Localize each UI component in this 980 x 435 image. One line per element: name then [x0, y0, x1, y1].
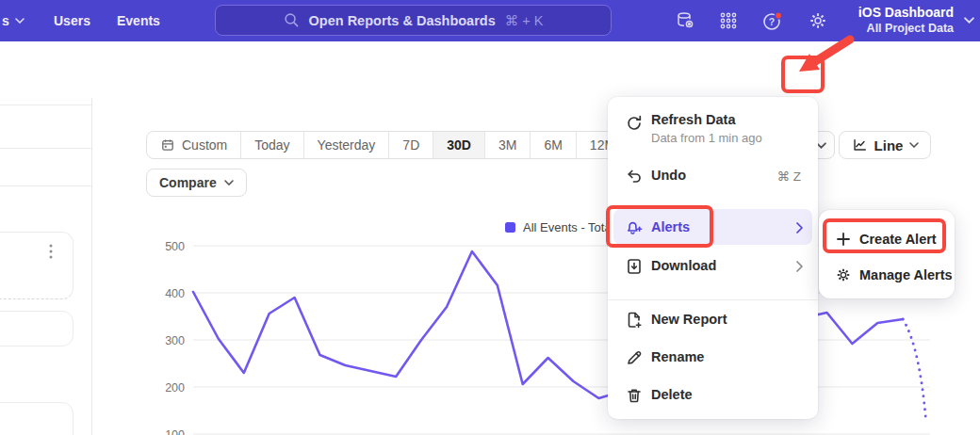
kebab-menu-icon[interactable] — [44, 242, 57, 261]
chevron-down-icon — [964, 17, 974, 24]
menu-item-alerts[interactable]: Alerts — [608, 218, 818, 240]
sidebar-row-divider — [0, 148, 91, 149]
menu-item-delete[interactable]: Delete — [608, 385, 818, 408]
menu-divider — [608, 299, 818, 300]
bell-plus-icon — [625, 218, 644, 237]
sidebar-row-divider — [0, 185, 91, 186]
date-range-7d[interactable]: 7D — [388, 132, 433, 158]
nav-item-partial[interactable]: s — [2, 0, 24, 41]
chevron-down-icon — [224, 180, 234, 185]
refresh-icon — [625, 114, 644, 133]
legend-label: All Events - Total — [523, 220, 614, 234]
alerts-submenu: Create Alert Manage Alerts — [819, 210, 955, 298]
legend-swatch — [505, 222, 515, 233]
search-shortcut: ⌘ + K — [505, 13, 544, 28]
menu-item-rename[interactable]: Rename — [608, 347, 818, 370]
svg-text:500: 500 — [165, 240, 185, 253]
plus-icon — [835, 231, 852, 248]
report-header — [0, 41, 980, 98]
date-range-control: Custom Today Yesterday 7D 30D 3M 6M 12M — [146, 131, 629, 159]
more-options-menu: Refresh Data Data from 1 min ago Undo ⌘ … — [608, 97, 818, 419]
sidebar-divider — [91, 98, 92, 435]
chevron-down-icon — [909, 142, 919, 148]
undo-icon — [625, 167, 644, 185]
gear-icon — [835, 266, 852, 283]
sidebar-card[interactable] — [0, 311, 74, 346]
sidebar-row-divider — [0, 105, 91, 105]
document-plus-icon — [625, 311, 644, 330]
download-icon — [625, 257, 644, 276]
menu-item-download[interactable]: Download — [608, 256, 818, 279]
date-range-today[interactable]: Today — [240, 132, 302, 158]
gear-icon[interactable] — [808, 10, 828, 31]
trash-icon — [625, 386, 644, 405]
date-range-yesterday[interactable]: Yesterday — [303, 132, 389, 158]
svg-text:400: 400 — [165, 287, 185, 300]
chevron-down-icon — [15, 18, 24, 24]
chevron-right-icon — [796, 259, 803, 276]
chevron-right-icon — [796, 220, 803, 237]
calendar-icon — [160, 137, 175, 153]
help-icon[interactable]: ? — [761, 10, 782, 31]
nav-item-events[interactable]: Events — [117, 0, 160, 41]
pencil-icon — [625, 348, 644, 367]
svg-text:?: ? — [769, 16, 775, 27]
project-name: All Project Data — [858, 22, 954, 36]
search-icon — [284, 12, 300, 28]
sidebar-card[interactable] — [0, 402, 74, 435]
project-switcher[interactable]: iOS Dashboard All Project Data — [858, 4, 954, 36]
date-range-custom[interactable]: Custom — [147, 132, 240, 158]
search-placeholder: Open Reports & Dashboards — [309, 13, 496, 28]
submenu-item-manage-alerts[interactable]: Manage Alerts — [819, 259, 955, 291]
menu-item-new-report[interactable]: New Report — [608, 310, 818, 332]
svg-text:100: 100 — [165, 428, 185, 435]
svg-text:300: 300 — [165, 334, 185, 347]
menu-item-refresh-data[interactable]: Refresh Data Data from 1 min ago — [608, 110, 818, 152]
menu-item-undo[interactable]: Undo ⌘ Z — [608, 166, 818, 188]
apps-grid-icon[interactable] — [718, 10, 739, 31]
date-range-3m[interactable]: 3M — [484, 132, 530, 158]
svg-text:200: 200 — [165, 381, 185, 395]
app-window: 500400300200100 All Events - Total s Use… — [0, 0, 980, 435]
dashboard-name: iOS Dashboard — [858, 4, 954, 22]
data-management-icon[interactable] — [675, 10, 695, 31]
top-navbar: s Users Events Open Reports & Dashboards… — [0, 0, 980, 41]
line-chart-icon — [851, 137, 868, 153]
date-range-30d[interactable]: 30D — [433, 132, 484, 158]
compare-button[interactable]: Compare — [146, 169, 247, 197]
chart-type-button[interactable]: Line — [839, 131, 931, 159]
sidebar-card[interactable] — [0, 232, 74, 299]
nav-item-users[interactable]: Users — [54, 0, 90, 41]
submenu-item-create-alert[interactable]: Create Alert — [819, 223, 955, 255]
date-range-6m[interactable]: 6M — [530, 132, 575, 158]
chart-legend: All Events - Total — [505, 220, 614, 234]
search-input[interactable]: Open Reports & Dashboards ⌘ + K — [215, 5, 612, 36]
